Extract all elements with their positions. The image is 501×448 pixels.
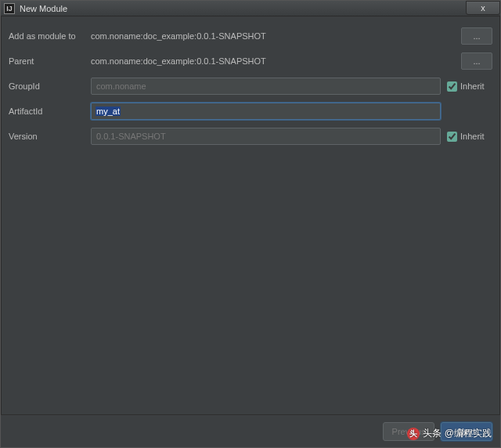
inherit-group-id-checkbox[interactable]: [447, 81, 457, 92]
input-artifact-id[interactable]: my_at: [91, 103, 441, 120]
inherit-group-id-label: Inherit: [460, 81, 485, 91]
titlebar: IJ New Module x: [1, 1, 500, 16]
input-group-id[interactable]: [91, 78, 441, 95]
inherit-version-label: Inherit: [460, 132, 485, 141]
close-button[interactable]: x: [466, 1, 500, 15]
dialog-body: Add as module to com.noname:doc_example:…: [1, 16, 500, 414]
row-version: Version Inherit: [9, 128, 492, 145]
inherit-version[interactable]: Inherit: [447, 132, 492, 142]
row-parent: Parent com.noname:doc_example:0.0.1-SNAP…: [9, 52, 492, 70]
next-button[interactable]: Next: [441, 422, 492, 441]
browse-parent-button[interactable]: ...: [461, 52, 492, 70]
app-icon: IJ: [4, 3, 15, 14]
value-add-as-module: com.noname:doc_example:0.0.1-SNAPSHOT: [91, 31, 455, 41]
inherit-group-id[interactable]: Inherit: [447, 81, 492, 92]
new-module-dialog: IJ New Module x Add as module to com.non…: [0, 0, 501, 448]
row-artifact-id: ArtifactId my_at: [9, 103, 492, 120]
inherit-version-checkbox[interactable]: [447, 132, 457, 142]
row-group-id: GroupId Inherit: [9, 78, 492, 95]
previous-button[interactable]: Previous: [383, 422, 434, 441]
dialog-footer: Previous Next: [1, 414, 500, 447]
label-add-as-module: Add as module to: [9, 31, 91, 41]
row-add-as-module: Add as module to com.noname:doc_example:…: [9, 27, 492, 45]
value-parent: com.noname:doc_example:0.0.1-SNAPSHOT: [91, 56, 455, 66]
label-group-id: GroupId: [9, 81, 91, 91]
label-version: Version: [9, 132, 91, 141]
browse-add-as-module-button[interactable]: ...: [461, 27, 492, 45]
input-version[interactable]: [91, 128, 441, 145]
label-artifact-id: ArtifactId: [9, 107, 91, 116]
input-artifact-id-selection: my_at: [96, 107, 121, 116]
window-title: New Module: [20, 4, 67, 13]
label-parent: Parent: [9, 56, 91, 66]
